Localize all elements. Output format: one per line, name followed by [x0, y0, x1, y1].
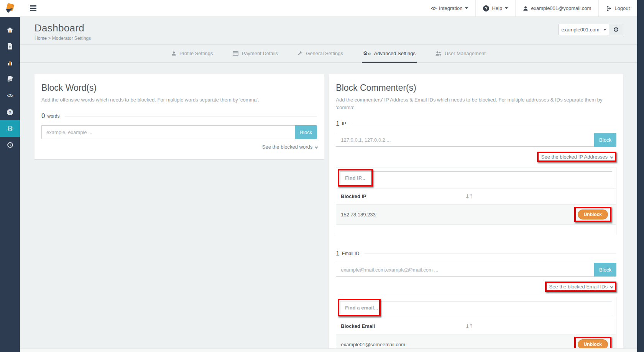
hamburger-menu-icon[interactable]: [30, 0, 36, 16]
blocked-email-column-header: Blocked Email: [341, 323, 375, 329]
gears-icon: ⚙⚙: [363, 50, 371, 56]
tab-label: User Management: [445, 51, 486, 56]
see-blocked-ip-link[interactable]: See the blocked IP Addresses: [541, 154, 612, 160]
nav-integration-label: Integration: [439, 5, 462, 11]
see-blocked-words-label: See the blocked words: [262, 144, 313, 150]
users-icon: [435, 51, 442, 56]
divider: [365, 254, 616, 254]
block-words-description: Add the offensive words which needs to b…: [41, 96, 317, 104]
app-logo[interactable]: [0, 0, 20, 17]
sidebar-item-brand[interactable]: [0, 71, 20, 87]
tab-user-management[interactable]: User Management: [434, 45, 487, 63]
tab-advanced-settings[interactable]: ⚙⚙ Advanced Settings: [362, 45, 417, 63]
tab-label: Profile Settings: [179, 51, 213, 56]
tab-payment-details[interactable]: Payment Details: [232, 45, 279, 63]
sidebar-item-history[interactable]: [0, 137, 20, 153]
chevron-down-icon: [505, 7, 508, 9]
question-icon: ?: [7, 109, 13, 115]
block-email-button[interactable]: Block: [594, 263, 616, 277]
chevron-down-icon: [610, 285, 613, 288]
sidebar-item-pages[interactable]: [0, 38, 20, 54]
nav-logout-label: Logout: [614, 5, 630, 11]
file-export-icon: [7, 43, 13, 50]
domain-select[interactable]: example001.com: [559, 24, 609, 35]
credit-card-icon: [233, 51, 238, 56]
breadcrumb-separator: >: [48, 36, 51, 41]
sort-icon[interactable]: ↓↑: [465, 193, 472, 200]
block-words-button[interactable]: Block: [295, 125, 317, 139]
user-icon: [171, 51, 176, 56]
block-email-input[interactable]: [336, 263, 594, 277]
blocked-email-table-header: Blocked Email ↓↑: [336, 318, 616, 334]
page-header: Dashboard Home > Moderator Settings exam…: [20, 17, 637, 44]
brand-logo-icon: [4, 3, 16, 14]
nav-help-label: Help: [492, 5, 502, 11]
nav-help-menu[interactable]: ? Help: [475, 0, 515, 16]
domain-selector-group: example001.com: [559, 24, 623, 35]
chevron-down-icon: [603, 29, 606, 31]
block-ip-button[interactable]: Block: [594, 133, 616, 147]
breadcrumb-home-link[interactable]: Home: [34, 36, 47, 41]
table-row: 152.78.189.233 Unblock: [336, 204, 616, 224]
blocked-ip-list: Blocked IP ↓↑ 152.78.189.233 Unblock: [336, 167, 616, 235]
sort-icon[interactable]: ↓↑: [465, 323, 472, 330]
code-icon: </>: [7, 93, 13, 98]
open-site-button[interactable]: [609, 24, 623, 35]
block-email-input-group: Block: [336, 263, 616, 277]
blocked-ip-column-header: Blocked IP: [341, 193, 366, 199]
tab-profile-settings[interactable]: Profile Settings: [170, 45, 214, 63]
ip-count-row: 1 IP: [336, 120, 616, 128]
wrench-icon: [298, 51, 303, 56]
divider: [65, 116, 317, 116]
tab-label: General Settings: [306, 51, 343, 56]
block-words-input-group: Block: [41, 125, 317, 139]
annotation-box: Unblock: [574, 207, 611, 222]
block-words-title: Block Word(s): [41, 83, 317, 93]
domain-selected-value: example001.com: [562, 27, 600, 33]
find-ip-input[interactable]: [340, 171, 612, 184]
email-count-label: Email ID: [342, 251, 359, 256]
home-icon: [7, 26, 13, 33]
sidebar-item-integration[interactable]: </>: [0, 87, 20, 104]
see-blocked-words-link[interactable]: See the blocked words: [262, 144, 317, 150]
globe-icon: [613, 26, 619, 33]
nav-logout-button[interactable]: Logout: [598, 0, 637, 16]
settings-tabbar: Profile Settings Payment Details General…: [20, 44, 637, 63]
clock-icon: [7, 142, 13, 148]
block-commenters-description: Add the commenters' IP Address & Email I…: [336, 96, 616, 111]
block-ip-input[interactable]: [336, 133, 594, 147]
page-scrollbar[interactable]: [637, 0, 644, 352]
tab-label: Payment Details: [242, 51, 278, 56]
words-count-row: 0 words: [41, 112, 317, 120]
code-icon: </>: [431, 6, 436, 11]
main-content: Block Word(s) Add the offensive words wh…: [20, 63, 637, 352]
unblock-ip-button[interactable]: Unblock: [578, 210, 608, 219]
nav-user-account[interactable]: example001@yopmail.com: [515, 0, 598, 16]
tab-label: Advanced Settings: [374, 51, 416, 56]
ip-count-label: IP: [342, 121, 346, 126]
block-words-input[interactable]: [41, 125, 295, 139]
block-ip-input-group: Block: [336, 133, 616, 147]
see-blocked-email-link[interactable]: See the blocked Email IDs: [549, 284, 612, 290]
nav-integration-menu[interactable]: </> Integration: [424, 0, 476, 16]
chevron-down-icon: [315, 145, 318, 148]
blocked-ip-value: 152.78.189.233: [341, 212, 574, 218]
find-email-input[interactable]: [340, 301, 612, 314]
tab-general-settings[interactable]: General Settings: [297, 45, 344, 63]
sidebar-item-home[interactable]: [0, 21, 20, 38]
email-count-row: 1 Email ID: [336, 250, 616, 257]
sidebar-item-help[interactable]: ?: [0, 104, 20, 120]
sidebar-item-settings[interactable]: ⚙: [0, 120, 20, 137]
breadcrumb: Home > Moderator Settings: [34, 36, 637, 41]
blocked-email-list: Blocked Email ↓↑ example01@someemail.com…: [336, 297, 616, 352]
words-count-label: words: [47, 113, 59, 119]
breadcrumb-current: Moderator Settings: [52, 36, 91, 41]
block-words-panel: Block Word(s) Add the offensive words wh…: [34, 74, 324, 159]
sidebar: </> ? ⚙: [0, 0, 20, 352]
blocked-email-value: example01@someemail.com: [341, 342, 574, 347]
sidebar-item-analytics[interactable]: [0, 54, 20, 71]
divider: [352, 124, 616, 124]
annotation-box: See the blocked IP Addresses: [537, 152, 616, 162]
words-count: 0: [41, 112, 45, 120]
annotation-box: See the blocked Email IDs: [545, 282, 616, 292]
